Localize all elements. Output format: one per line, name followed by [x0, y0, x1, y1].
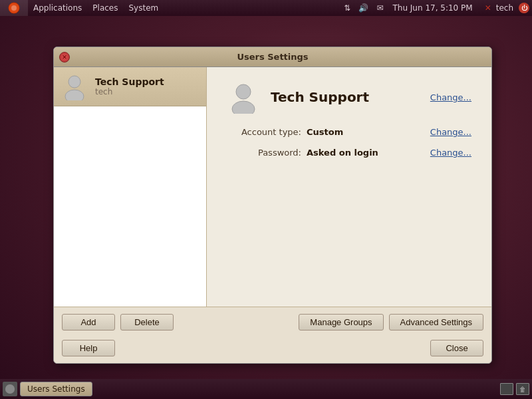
taskbar-window-item[interactable]: Users Settings: [20, 382, 92, 396]
user-list-panel: Tech Support tech: [54, 67, 207, 307]
taskbar: Users Settings 🗑: [0, 379, 532, 399]
places-menu[interactable]: Places: [87, 0, 123, 16]
svg-point-7: [5, 384, 15, 394]
taskbar-right: 🗑: [500, 383, 529, 395]
volume-icon: 🔊: [356, 3, 371, 13]
email-icon: ✉: [374, 3, 386, 13]
svg-point-4: [65, 90, 84, 100]
help-button[interactable]: Help: [62, 340, 115, 356]
advanced-settings-button[interactable]: Advanced Settings: [389, 314, 483, 331]
user-list-item[interactable]: Tech Support tech: [54, 67, 206, 106]
user-info: Tech Support tech: [95, 76, 164, 96]
delete-button[interactable]: Delete: [120, 314, 174, 331]
network-icon: ⇅: [341, 3, 353, 13]
user-detail-avatar: [227, 80, 260, 114]
user-details-panel: Tech Support Change... Account type: Cus…: [207, 67, 491, 307]
user-badge: ✕ tech: [479, 3, 516, 13]
taskbar-workspace1[interactable]: [500, 383, 513, 395]
password-value: Asked on login: [307, 148, 430, 158]
help-close-bar: Help Close: [54, 337, 491, 363]
user-login-name: tech: [95, 87, 164, 96]
datetime-display: Thu Jun 17, 5:10 PM: [388, 3, 476, 13]
system-menu[interactable]: System: [123, 0, 164, 16]
user-avatar-small: [61, 72, 88, 100]
user-close-icon[interactable]: ✕: [482, 3, 494, 13]
user-detail-name: Tech Support: [271, 89, 420, 105]
change-account-type-link[interactable]: Change...: [430, 127, 471, 137]
right-buttons: Manage Groups Advanced Settings: [299, 314, 483, 331]
password-label: Password:: [227, 148, 307, 158]
app-logo[interactable]: [0, 0, 28, 16]
applications-menu[interactable]: Applications: [28, 0, 87, 16]
top-panel-right: ⇅ 🔊 ✉ Thu Jun 17, 5:10 PM ✕ tech ⏻: [341, 3, 532, 13]
change-name-link[interactable]: Change...: [430, 92, 471, 102]
svg-point-6: [232, 101, 255, 114]
top-panel-left: Applications Places System: [0, 0, 164, 16]
close-button[interactable]: Close: [430, 340, 483, 356]
dialog-body: Tech Support tech Tec: [54, 67, 491, 363]
button-bar: Add Delete Manage Groups Advanced Settin…: [54, 307, 491, 337]
taskbar-app-icon: [3, 382, 17, 396]
dialog-titlebar: ✕ Users Settings: [54, 47, 491, 67]
svg-point-5: [236, 84, 251, 99]
dialog-title: Users Settings: [70, 52, 475, 62]
power-button[interactable]: ⏻: [519, 3, 529, 13]
users-settings-dialog: ✕ Users Settings: [53, 47, 492, 364]
add-button[interactable]: Add: [62, 314, 115, 331]
user-display-name: Tech Support: [95, 76, 164, 87]
change-password-link[interactable]: Change...: [430, 148, 471, 158]
manage-groups-button[interactable]: Manage Groups: [299, 314, 383, 331]
dialog-content: Tech Support tech Tec: [54, 67, 491, 307]
svg-point-1: [11, 5, 17, 11]
user-detail-header: Tech Support Change...: [227, 80, 471, 114]
taskbar-trash[interactable]: 🗑: [516, 383, 529, 395]
account-type-value: Custom: [307, 127, 430, 137]
account-type-row: Account type: Custom Change...: [227, 127, 471, 137]
top-panel: Applications Places System ⇅ 🔊 ✉ Thu Jun…: [0, 0, 532, 16]
password-row: Password: Asked on login Change...: [227, 148, 471, 158]
user-list-empty-area: [54, 106, 206, 307]
svg-point-3: [68, 76, 80, 88]
account-type-label: Account type:: [227, 127, 307, 137]
dialog-close-button[interactable]: ✕: [59, 52, 70, 63]
